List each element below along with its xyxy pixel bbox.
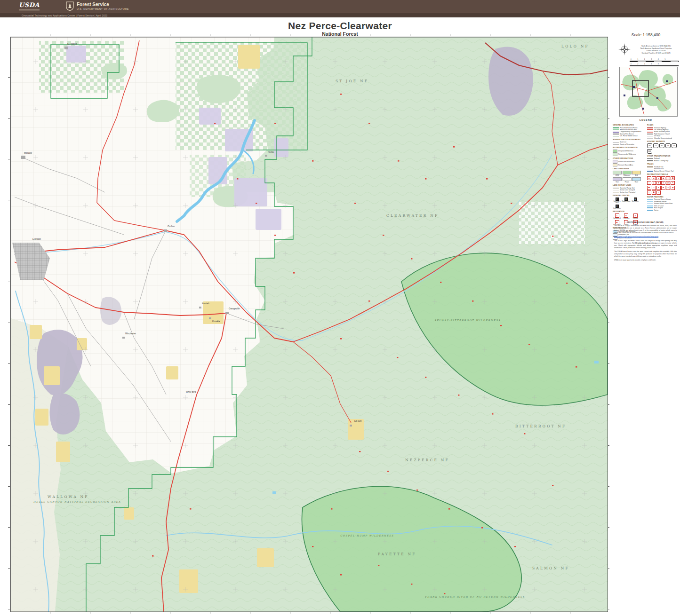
graticule	[11, 37, 608, 612]
poi-marker	[359, 451, 360, 452]
wilderness-label: FRANK CHURCH-RIVER OF NO RETURN WILDERNE…	[425, 595, 525, 598]
poi-marker	[387, 471, 389, 472]
poi-marker	[152, 555, 153, 557]
poi-marker	[416, 490, 418, 491]
legend-section-heading: TRAILS	[647, 163, 679, 165]
scale-label: Scale 1:158,400	[612, 32, 680, 37]
poi-marker	[340, 94, 342, 95]
poi-marker	[453, 146, 455, 148]
ownership-swatch: BLM	[632, 171, 641, 177]
legend-section-heading: FEDERAL OFFICES	[613, 195, 645, 197]
usda-logo-stripes	[19, 9, 40, 11]
poi-marker	[293, 272, 295, 274]
poi-marker	[383, 235, 384, 236]
highway-shield-icon: 13	[665, 143, 671, 148]
legend-section-heading: ADMINISTRATIVE BOUNDARIES	[613, 139, 645, 141]
mvum-equal-opportunity: USDA is an equal opportunity provider, e…	[614, 259, 677, 261]
usda-logo: USDA	[19, 2, 40, 8]
trail-marker-icon: ✶	[666, 176, 670, 181]
trail-marker-icon: ⬟	[647, 186, 651, 190]
legend-item: Designated Wilderness	[613, 150, 645, 153]
federal-office-icon: RRanger Station	[622, 197, 631, 204]
legend-section-heading: LAND SURVEY LINES	[613, 184, 645, 186]
ownership-swatch: USFS	[613, 171, 622, 177]
trail-marker-icon: ✶	[671, 181, 675, 185]
town-label: Orofino	[168, 225, 175, 228]
poi-marker	[552, 236, 553, 237]
legend-section-heading: LAND OWNERSHIP	[613, 168, 645, 170]
forest-label: WALLOWA NF	[48, 495, 89, 499]
highway-shield-icon: 95	[659, 143, 664, 148]
poi-marker	[214, 123, 216, 124]
trail-marker-icon: ■	[656, 181, 661, 185]
poi-marker	[486, 178, 488, 180]
town-label: White Bird	[186, 391, 196, 393]
poi-marker	[524, 433, 525, 434]
legend-item: Research Natural Area	[613, 163, 645, 166]
forest-label: PAYETTE NF	[378, 552, 416, 556]
forest-label: ST JOE NF	[336, 79, 368, 83]
trail-marker-icon: ⌂	[656, 190, 661, 195]
legend-title: LEGEND	[613, 118, 679, 121]
poi-marker	[312, 160, 313, 162]
map-canvas[interactable]: ST JOE NFLOLO NFCLEARWATER NFNEZPERCE NF…	[10, 37, 608, 612]
highway-shield-icon: 90	[647, 143, 652, 148]
poi-marker	[444, 593, 445, 594]
km-bar	[630, 65, 679, 67]
trail-marker-icon: ■	[661, 186, 665, 190]
legend-section-heading: OTHER DESIGNATIONS	[613, 158, 645, 159]
trail-marker-icon: ◆	[671, 186, 675, 190]
page-title: Nez Perce-Clearwater	[0, 20, 680, 32]
poi-marker	[368, 300, 370, 302]
trail-marker-icon: ⬟	[671, 176, 675, 181]
town-label: Kooskia	[212, 320, 220, 323]
poi-marker	[378, 565, 379, 566]
mvum-paragraph-2: This is not a legal document. Public lan…	[614, 240, 677, 249]
trail-marker-icon: ⬟	[652, 190, 656, 195]
trail-marker-icon: ◆	[666, 181, 670, 185]
department-name: U.S. DEPARTMENT OF AGRICULTURE	[77, 8, 129, 10]
header-bar: USDA Forest Service U.S. DEPARTMENT OF A…	[0, 0, 680, 13]
highway-shield-icon: 12	[653, 143, 658, 148]
ownership-swatch: State	[613, 177, 622, 183]
inset-overview-map	[619, 67, 678, 117]
forest-service-shield-icon	[66, 1, 74, 11]
poi-marker	[312, 546, 313, 547]
miles-ticks: 0 1 2 3 4 5	[631, 58, 679, 60]
highway-shield-icon: 14	[672, 143, 677, 148]
trail-marker-icon: ●	[661, 181, 665, 185]
trail-marker-icon: ●	[656, 176, 661, 181]
legend-item: U.S. Fish & Wildlife Service	[613, 135, 645, 137]
legend-section-heading: HIGHWAY MARKERS	[647, 141, 679, 142]
mvum-paragraph-1: The MVUM is a legal, enforceable documen…	[614, 225, 677, 234]
legend-section-heading: GENERAL BOUNDARIES	[613, 124, 645, 126]
poi-marker	[237, 178, 238, 180]
trail-marker-icon: ✶	[647, 190, 651, 195]
mvum-paragraph-3: The USDA Forest Service uses the most cu…	[614, 251, 677, 258]
poi-marker	[340, 338, 342, 340]
legend-section-heading: RECREATION	[613, 211, 645, 213]
legend-item: National Scenic / Historic Trail	[647, 170, 679, 172]
town-label: Pierce	[268, 151, 274, 153]
town-label: Kamiah	[202, 302, 209, 305]
topographic-map: ST JOE NFLOLO NFCLEARWATER NFNEZPERCE NF…	[11, 37, 608, 612]
poi-marker	[411, 258, 412, 260]
legend-section-heading: OTHER TRANSPORTATION	[647, 155, 679, 157]
forest-label: BITTERROOT NF	[515, 424, 566, 428]
poi-marker	[274, 235, 276, 236]
poi-marker	[528, 344, 530, 345]
poi-marker	[481, 527, 483, 529]
wilderness-label: GOSPEL-HUMP WILDERNESS	[340, 534, 394, 537]
poi-marker	[425, 178, 426, 180]
mvum-link[interactable]: https://www.fs.usda.gov/recmain/nezperce…	[614, 236, 677, 238]
legend-section-heading: RECREATION SYMBOLS	[647, 174, 679, 175]
poi-marker	[458, 395, 459, 396]
town-label: Lewiston	[32, 238, 41, 240]
poi-marker	[354, 203, 356, 204]
legend-section-heading: WATER FEATURES	[647, 196, 679, 198]
forest-label: CLEARWATER NF	[386, 213, 439, 218]
highway-shield-icon: 162	[647, 149, 652, 154]
poi-marker	[552, 485, 553, 486]
ownership-swatch: Water	[632, 177, 641, 183]
town-label: Moscow	[24, 152, 32, 154]
